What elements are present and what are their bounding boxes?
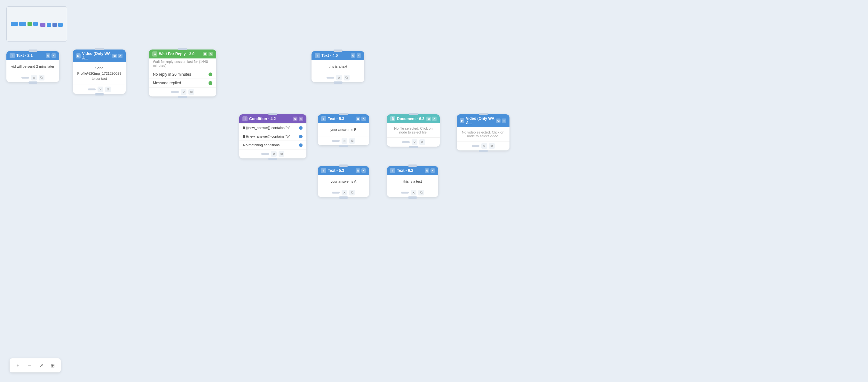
copy-btn-video2[interactable]: ⧉ <box>496 118 500 123</box>
handle-doc63 <box>402 141 410 143</box>
condition-row-3: No matching conditions <box>239 141 306 149</box>
mini-block-8 <box>58 23 63 27</box>
wait-output-no-reply: No reply in 20 minutes <box>149 70 216 78</box>
message-replied-dot <box>209 81 212 85</box>
handle-video <box>88 89 96 91</box>
wait-subtext: Wait for reply session last for (1440 mi… <box>149 59 216 70</box>
copy-btn-condition[interactable]: ⧉ <box>293 116 298 121</box>
node-condition-42[interactable]: ⋮ Condition - 4.2 ⧉ ✕ If {{new_answer}} … <box>239 114 306 159</box>
duplicate-btn-doc63[interactable]: ⧉ <box>419 139 425 145</box>
copy-btn-text40[interactable]: ⧉ <box>351 53 355 58</box>
delete-btn-video2[interactable]: ✕ <box>481 143 487 149</box>
fit-view-button[interactable]: ⤢ <box>36 361 45 370</box>
delete-btn-condition[interactable]: ✕ <box>271 151 277 157</box>
node-bottom-handle <box>409 146 418 148</box>
zoom-out-button[interactable]: − <box>25 361 34 370</box>
condition-icon: ⋮ <box>242 116 248 121</box>
node-footer-text53a: ✕ ⧉ <box>318 188 369 197</box>
delete-btn-video[interactable]: ✕ <box>97 86 103 92</box>
mini-block-3 <box>28 22 32 26</box>
node-text-53-b[interactable]: T Text - 5.3 ⧉ ✕ your answer is B ✕ ⧉ <box>318 114 369 145</box>
condition-label-2: If {{new_answer}} contains "b" <box>243 135 290 138</box>
copy-btn-text21[interactable]: ⧉ <box>46 53 50 58</box>
node-body-doc63: No file selected. Click on node to selec… <box>387 123 440 137</box>
node-title-wait: Wait For Reply - 3.0 <box>159 52 194 56</box>
copy-btn-wait[interactable]: ⧉ <box>203 52 207 56</box>
delete-btn-text53b[interactable]: ✕ <box>342 138 347 144</box>
close-btn-video[interactable]: ✕ <box>118 54 123 58</box>
mini-block-4 <box>33 22 38 26</box>
node-video-wa2[interactable]: ▶ Video (Only WA A... ⧉ ✕ No video selec… <box>457 114 509 150</box>
text-icon-40: T <box>315 53 320 58</box>
duplicate-btn-text53b[interactable]: ⧉ <box>349 138 355 144</box>
node-top-handle <box>334 49 343 52</box>
node-video-wa[interactable]: ▶ Video (Only WA A... ⧉ ✕ Send Profile%2… <box>73 49 126 94</box>
node-wait-reply[interactable]: ⏱ Wait For Reply - 3.0 ⧉ ✕ Wait for repl… <box>149 49 216 97</box>
delete-btn-wait[interactable]: ✕ <box>181 89 186 95</box>
close-btn-wait[interactable]: ✕ <box>209 52 213 56</box>
close-btn-text21[interactable]: ✕ <box>52 53 56 58</box>
copy-btn-text53b[interactable]: ⧉ <box>355 116 360 121</box>
copy-btn-text62[interactable]: ⧉ <box>425 168 429 173</box>
duplicate-btn-text62[interactable]: ⧉ <box>418 190 424 196</box>
zoom-in-button[interactable]: + <box>13 361 22 370</box>
node-header-wait: ⏱ Wait For Reply - 3.0 ⧉ ✕ <box>149 49 216 59</box>
node-body-text53b: your answer is B <box>318 123 369 136</box>
node-top-handle <box>178 48 187 50</box>
node-text-40[interactable]: T Text - 4.0 ⧉ ✕ this is a text ✕ ⧉ <box>311 51 364 82</box>
copy-btn-doc63[interactable]: ⧉ <box>426 116 431 121</box>
close-btn-condition[interactable]: ✕ <box>299 116 303 121</box>
node-title-condition: Condition - 4.2 <box>249 116 276 121</box>
delete-btn-doc63[interactable]: ✕ <box>412 139 417 145</box>
delete-btn-text62[interactable]: ✕ <box>411 190 416 196</box>
node-text-53-a[interactable]: T Text - 5.3 ⧉ ✕ your answer is A ✕ ⧉ <box>318 166 369 197</box>
node-top-handle <box>268 113 277 115</box>
close-btn-text53b[interactable]: ✕ <box>362 116 366 121</box>
node-bottom-handle <box>339 145 348 147</box>
mini-block-2 <box>19 22 26 26</box>
close-btn-text62[interactable]: ✕ <box>431 168 435 173</box>
video-icon: ▶ <box>76 53 81 59</box>
close-btn-video2[interactable]: ✕ <box>502 118 506 123</box>
duplicate-btn-text53a[interactable]: ⧉ <box>349 190 355 196</box>
delete-btn-text21[interactable]: ✕ <box>31 75 37 80</box>
duplicate-btn-text21[interactable]: ⧉ <box>39 75 44 80</box>
node-text-62[interactable]: T Text - 6.2 ⧉ ✕ this is a test ✕ ⧉ <box>387 166 438 197</box>
handle-video2 <box>472 145 479 147</box>
expand-button[interactable]: ⊞ <box>48 361 57 370</box>
node-title-video2: Video (Only WA A... <box>466 116 496 125</box>
node-footer-video2: ✕ ⧉ <box>457 141 509 150</box>
duplicate-btn-text40[interactable]: ⧉ <box>344 75 349 80</box>
handle-text21 <box>22 77 29 78</box>
duplicate-btn-condition[interactable]: ⧉ <box>279 151 284 157</box>
node-title-text40: Text - 4.0 <box>321 53 338 58</box>
node-header-text53a: T Text - 5.3 ⧉ ✕ <box>318 166 369 175</box>
video-body-send: Send <box>95 66 104 71</box>
node-bottom-handle <box>178 96 187 98</box>
close-btn-text53a[interactable]: ✕ <box>362 168 366 173</box>
close-btn-doc63[interactable]: ✕ <box>432 116 437 121</box>
copy-btn-video[interactable]: ⧉ <box>112 54 117 58</box>
node-header-video2: ▶ Video (Only WA A... ⧉ ✕ <box>457 114 509 127</box>
node-top-handle <box>409 113 418 115</box>
node-text-21[interactable]: T Text - 2.1 ⧉ ✕ vid will be send 2 mins… <box>6 51 59 82</box>
delete-btn-text40[interactable]: ✕ <box>336 75 342 80</box>
close-btn-text40[interactable]: ✕ <box>356 53 361 58</box>
node-bottom-handle <box>479 150 488 152</box>
text-icon-53b: T <box>321 116 326 121</box>
condition-row-1: If {{new_answer}} contains "a" <box>239 123 306 132</box>
node-title-text62: Text - 6.2 <box>397 168 413 173</box>
node-footer-doc63: ✕ ⧉ <box>387 137 440 147</box>
node-body-text53a: your answer is A <box>318 175 369 188</box>
message-replied-label: Message replied <box>153 81 181 85</box>
duplicate-btn-video[interactable]: ⧉ <box>105 86 111 92</box>
no-reply-label: No reply in 20 minutes <box>153 72 191 77</box>
node-document-63[interactable]: 📄 Document - 6.3 ⧉ ✕ No file selected. C… <box>387 114 440 147</box>
copy-btn-text53a[interactable]: ⧉ <box>355 168 360 173</box>
duplicate-btn-video2[interactable]: ⧉ <box>489 143 495 149</box>
duplicate-btn-wait[interactable]: ⧉ <box>188 89 194 95</box>
node-body-video: Send Profile%20img_1721290029 to contact <box>73 62 126 84</box>
node-bottom-handle <box>28 81 37 84</box>
handle-text62 <box>401 192 409 194</box>
delete-btn-text53a[interactable]: ✕ <box>342 190 347 196</box>
